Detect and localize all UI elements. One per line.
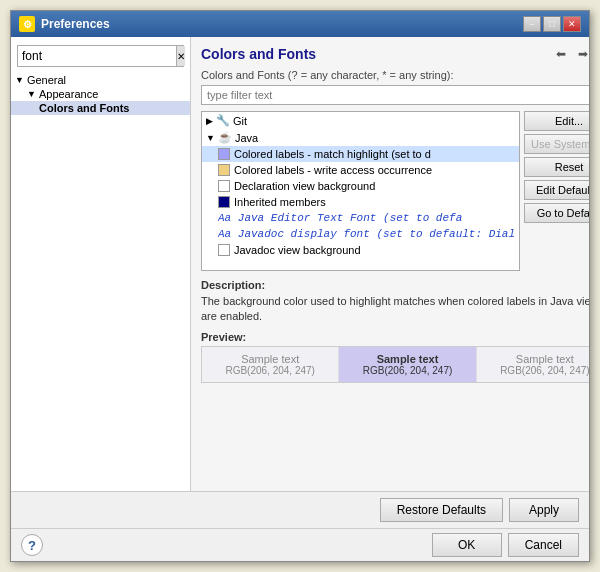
main-content: ✕ ▼ General ▼ Appearance Colors and Font… (11, 37, 589, 491)
bottom-buttons-row: Restore Defaults Apply (11, 491, 589, 528)
item-text-java-font: Aa Java Editor Text Font (set to defa (218, 212, 462, 224)
footer-left: ? (21, 534, 43, 556)
search-clear-button[interactable]: ✕ (176, 46, 185, 66)
git-arrow: ▶ (206, 116, 213, 126)
tree-item-appearance[interactable]: ▼ Appearance (11, 87, 190, 101)
list-item-declaration-bg[interactable]: Declaration view background (202, 178, 519, 194)
item-text-highlight: Colored labels - match highlight (set to… (234, 148, 431, 160)
java-arrow: ▼ (206, 133, 215, 143)
close-button[interactable]: ✕ (563, 16, 581, 32)
reset-button[interactable]: Reset (524, 157, 589, 177)
forward-icon[interactable]: ➡ (574, 45, 589, 63)
right-panel: Colors and Fonts ⬅ ➡ ▼ Colors and Fonts … (191, 37, 589, 491)
list-section-java[interactable]: ▼ ☕ Java (202, 129, 519, 146)
search-input[interactable] (18, 47, 176, 65)
description-label: Description: (201, 279, 589, 291)
dialog-title: Preferences (41, 17, 110, 31)
preview-cell-2: Sample text RGB(206, 204, 247) (339, 347, 476, 382)
ok-button[interactable]: OK (432, 533, 502, 557)
list-item-javadoc-font[interactable]: Aa Javadoc display font (set to default:… (202, 226, 519, 242)
help-button[interactable]: ? (21, 534, 43, 556)
item-text-javadoc-font: Aa Javadoc display font (set to default:… (218, 228, 515, 240)
preview-rgb-2: RGB(206, 204, 247) (343, 365, 471, 376)
window-controls: − □ ✕ (523, 16, 581, 32)
preview-cell-3: Sample text RGB(206, 204, 247) (477, 347, 589, 382)
list-item-colored-labels-write[interactable]: Colored labels - write access occurrence (202, 162, 519, 178)
filter-label: Colors and Fonts (? = any character, * =… (201, 69, 589, 81)
preferences-dialog: ⚙ Preferences − □ ✕ ✕ ▼ General ▼ Ap (10, 10, 590, 562)
items-list-section: ▶ 🔧 Git ▼ ☕ Java Colored labels - match … (201, 111, 589, 271)
tree-item-colors-fonts[interactable]: Colors and Fonts (11, 101, 190, 115)
minimize-button[interactable]: − (523, 16, 541, 32)
description-section: Description: The background color used t… (201, 279, 589, 325)
preview-rgb-1: RGB(206, 204, 247) (206, 365, 334, 376)
item-text-inherited: Inherited members (234, 196, 326, 208)
back-icon[interactable]: ⬅ (552, 45, 570, 63)
restore-defaults-button[interactable]: Restore Defaults (380, 498, 503, 522)
left-panel: ✕ ▼ General ▼ Appearance Colors and Font… (11, 37, 191, 491)
item-text-javadoc-bg: Javadoc view background (234, 244, 361, 256)
color-swatch-javadoc (218, 244, 230, 256)
apply-button[interactable]: Apply (509, 498, 579, 522)
footer-row: ? OK Cancel (11, 528, 589, 561)
tree-label-general: General (27, 74, 66, 86)
side-buttons: Edit... Use System Font Reset Edit Defau… (524, 111, 589, 271)
use-system-font-button[interactable]: Use System Font (524, 134, 589, 154)
preview-label: Preview: (201, 331, 589, 343)
title-bar: ⚙ Preferences − □ ✕ (11, 11, 589, 37)
title-bar-left: ⚙ Preferences (19, 16, 110, 32)
list-item-java-editor-font[interactable]: Aa Java Editor Text Font (set to defa (202, 210, 519, 226)
description-text: The background color used to highlight m… (201, 294, 589, 325)
panel-toolbar: ⬅ ➡ ▼ (552, 45, 589, 63)
list-item-javadoc-bg[interactable]: Javadoc view background (202, 242, 519, 258)
expand-arrow-general: ▼ (15, 75, 24, 85)
dialog-icon: ⚙ (19, 16, 35, 32)
tree-item-general[interactable]: ▼ General (11, 73, 190, 87)
preview-text-3: Sample text (481, 353, 589, 365)
item-text-declaration: Declaration view background (234, 180, 375, 192)
list-item-colored-labels-highlight[interactable]: Colored labels - match highlight (set to… (202, 146, 519, 162)
preview-swatches: Sample text RGB(206, 204, 247) Sample te… (201, 346, 589, 383)
items-list[interactable]: ▶ 🔧 Git ▼ ☕ Java Colored labels - match … (201, 111, 520, 271)
preview-text-2: Sample text (343, 353, 471, 365)
panel-header: Colors and Fonts ⬅ ➡ ▼ (201, 45, 589, 63)
edit-button[interactable]: Edit... (524, 111, 589, 131)
edit-default-button[interactable]: Edit Default... (524, 180, 589, 200)
maximize-button[interactable]: □ (543, 16, 561, 32)
list-item-inherited[interactable]: Inherited members (202, 194, 519, 210)
list-section-git[interactable]: ▶ 🔧 Git (202, 112, 519, 129)
search-box: ✕ (17, 45, 184, 67)
preview-text-1: Sample text (206, 353, 334, 365)
preview-rgb-3: RGB(206, 204, 247) (481, 365, 589, 376)
go-to-default-button[interactable]: Go to Default (524, 203, 589, 223)
color-swatch-declaration (218, 180, 230, 192)
item-text-write: Colored labels - write access occurrence (234, 164, 432, 176)
panel-title: Colors and Fonts (201, 46, 316, 62)
java-label: Java (235, 132, 258, 144)
git-label: Git (233, 115, 247, 127)
tree-label-colors-fonts: Colors and Fonts (39, 102, 129, 114)
preview-cell-1: Sample text RGB(206, 204, 247) (202, 347, 339, 382)
color-swatch-write (218, 164, 230, 176)
filter-input[interactable] (202, 86, 589, 104)
git-icon: 🔧 (216, 114, 230, 127)
color-swatch-inherited (218, 196, 230, 208)
tree-label-appearance: Appearance (39, 88, 98, 100)
java-icon: ☕ (218, 131, 232, 144)
cancel-button[interactable]: Cancel (508, 533, 579, 557)
tree-view: ▼ General ▼ Appearance Colors and Fonts (11, 71, 190, 487)
filter-input-wrap (201, 85, 589, 105)
footer-right: OK Cancel (432, 533, 579, 557)
preview-section: Preview: Sample text RGB(206, 204, 247) … (201, 331, 589, 383)
color-swatch-highlight (218, 148, 230, 160)
expand-arrow-appearance: ▼ (27, 89, 36, 99)
